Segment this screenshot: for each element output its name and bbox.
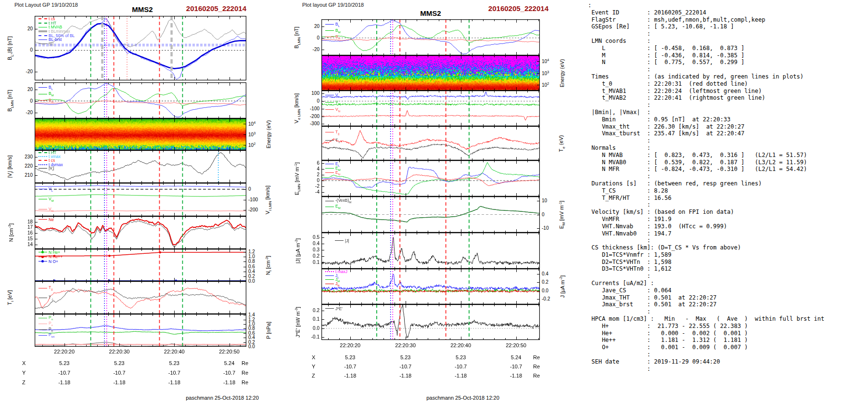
middle-ytick-label: 20: [301, 24, 319, 29]
left-panel-vi-mag: [35, 150, 246, 183]
left-ytick-label: 0: [14, 47, 33, 52]
left-y-axis-label: N [cm-3]: [7, 223, 14, 242]
middle-xyz-row-label: X: [312, 354, 315, 360]
middle-legend-ve-lmn: VLVMVN: [325, 91, 341, 113]
middle-xyz-value: -10.7: [331, 364, 370, 369]
middle-panel-j-lmn: [321, 269, 540, 304]
left-ytick-label: 18: [14, 219, 33, 224]
figure-footer-middle: paschmann 25-Oct-2018 12:20: [405, 395, 521, 401]
middle-panel-jdote: [321, 304, 540, 340]
middle-xyz-value: 5.24: [497, 354, 536, 360]
figure-title-middle: MMS2: [402, 9, 460, 17]
middle-xyz-value: -10.7: [442, 364, 480, 369]
middle-xyz-value: -10.7: [497, 364, 536, 369]
middle-ytick-label: 0: [301, 35, 319, 40]
left-ytick-label: 102: [248, 142, 255, 148]
middle-ytick-label: 10: [542, 198, 547, 203]
left-panel-minor-ions: [35, 249, 246, 281]
left-legend-minor-ions: N He+N He++N O+: [38, 250, 63, 264]
left-legend-bl-babs: t cst HTt MVABt BLminmaxBL, 50% of BLBL-…: [38, 17, 75, 46]
middle-ytick-label: -4: [301, 189, 319, 195]
middle-ytick-label: -200: [301, 114, 319, 119]
left-xyz-value: 5.23: [100, 360, 139, 366]
left-xyz-value: -10.7: [45, 370, 84, 376]
screenshot-root: Plot Layout GP 19/10/2018 MMS2 20160205_…: [0, 0, 868, 405]
middle-right-axis-label: Te (eV): [558, 135, 565, 152]
middle-ytick-label: 0.2: [301, 308, 319, 313]
middle-ytick-label: 0.4: [301, 241, 319, 246]
middle-legend-jdote: J*E': [325, 306, 343, 311]
middle-y-axis-label: Ve LMN [km/s]: [294, 93, 301, 123]
middle-y-axis-label: J*E' [nW m-3]: [294, 307, 301, 338]
middle-time-tick-label: 22:20:30: [386, 342, 425, 348]
plot-layout-header-left: Plot Layout GP 19/10/2018: [14, 2, 78, 8]
middle-time-tick-label: 22:20:50: [497, 342, 536, 348]
left-xyz-value: -1.18: [45, 379, 84, 385]
middle-xyz-row-label: Y: [312, 364, 315, 369]
middle-ytick-label: 0.1: [301, 260, 319, 265]
middle-ytick-label: -20: [301, 47, 319, 52]
middle-time-tick-label: 22:20:40: [442, 342, 480, 348]
middle-xyz-value: -1.18: [497, 373, 536, 379]
middle-ytick-label: 0: [301, 178, 319, 183]
left-xyz-unit: Re: [242, 379, 248, 385]
middle-ytick-label: 6: [301, 160, 319, 166]
left-panel-ti: [35, 281, 246, 314]
middle-panel-ve-lmn: [321, 91, 540, 126]
left-xyz-unit: Re: [242, 360, 248, 366]
event-id-left: 20160205_222014: [160, 4, 246, 13]
middle-ytick-label: -0.2: [542, 296, 550, 301]
middle-legend-te: T||T⊥: [325, 128, 340, 144]
left-right-axis-label: Vi LMN [km/s]: [265, 185, 272, 214]
middle-legend-jmag: |J|: [335, 238, 349, 243]
left-legend-density: Ne: [38, 217, 54, 222]
middle-ytick-label: -300: [301, 121, 319, 126]
middle-ytick-label: 103: [542, 70, 549, 76]
event-info-text: : Event ID : 20160205_222014 FlagStr : m…: [588, 2, 824, 372]
middle-ytick-label: -10: [542, 225, 549, 231]
middle-ytick-label: 0.3: [301, 247, 319, 252]
middle-panel-b-lmn: [321, 19, 540, 55]
middle-ytick-label: 0.2: [542, 279, 549, 285]
left-y-axis-label: Ti [eV]: [7, 290, 14, 305]
left-ytick-label: -200: [248, 207, 258, 212]
left-ytick-label: 104: [248, 121, 255, 127]
left-right-axis-label: P [nPa]: [266, 322, 271, 339]
left-y-axis-label: BL,|B| [nT]: [7, 36, 14, 60]
left-ytick-label: 0.0: [248, 344, 255, 349]
middle-xyz-unit: Re: [533, 364, 540, 369]
middle-xyz-unit: Re: [533, 373, 540, 379]
middle-xyz-value: 5.23: [386, 354, 425, 360]
left-ytick-label: 14: [14, 242, 33, 247]
left-ytick-label: 16: [14, 230, 33, 235]
middle-ytick-label: 100: [301, 91, 319, 96]
left-panel-density: [35, 216, 246, 249]
left-panel-pressure: [35, 314, 246, 347]
middle-xyz-value: 5.23: [331, 354, 370, 360]
left-ytick-label: 20: [14, 26, 33, 31]
left-right-axis-label: Energy (eV): [266, 120, 271, 149]
middle-ytick-label: 0.0: [301, 326, 319, 331]
left-ytick-label: 17: [14, 224, 33, 230]
middle-ytick-label: -2: [301, 183, 319, 189]
left-ytick-label: 220: [14, 163, 33, 169]
middle-xyz-value: -10.7: [386, 364, 425, 369]
middle-ytick-label: 4: [301, 166, 319, 171]
left-legend-ti: T||T⊥: [38, 283, 53, 302]
middle-legend-e-lmn: ELEMEN: [325, 162, 341, 175]
left-xyz-value: -10.7: [155, 370, 193, 376]
middle-panel-jmag: [321, 233, 540, 269]
left-ytick-label: 20: [14, 87, 33, 92]
left-legend-pressure: PnPePbPtot: [38, 315, 54, 338]
middle-ytick-label: 0.2: [301, 253, 319, 259]
left-xyz-row-label: Y: [22, 370, 26, 376]
left-ytick-label: 0.8: [248, 259, 255, 264]
middle-panel-e-lmn: [321, 160, 540, 196]
middle-ytick-label: -0.1: [301, 334, 319, 340]
left-ytick-label: 0.0: [248, 278, 255, 284]
event-id-middle: 20160205_222014: [462, 4, 549, 13]
middle-xyz-row-label: Z: [312, 373, 315, 379]
middle-ytick-label: 104: [542, 58, 549, 64]
left-xyz-value: -1.18: [100, 379, 139, 385]
left-panel-vi-lmn: [35, 183, 246, 216]
